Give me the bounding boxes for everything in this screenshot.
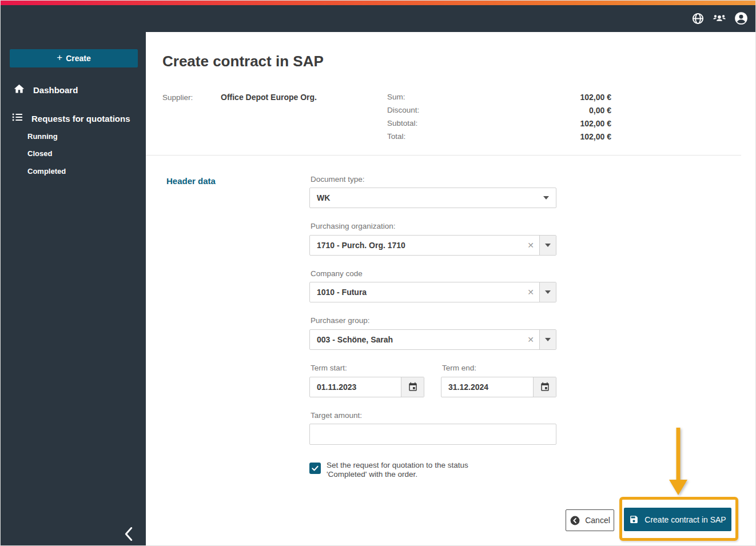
- checkbox-label-line2: 'Completed' with the order.: [327, 470, 468, 479]
- create-button-label: Create: [66, 54, 91, 63]
- discount-label: Discount:: [387, 106, 419, 119]
- sidebar: + Create Dashboard Requests for quotatio…: [1, 5, 146, 546]
- purchasing-org-label: Purchasing organization:: [311, 222, 396, 230]
- create-button[interactable]: + Create: [10, 49, 138, 67]
- globe-icon[interactable]: [690, 11, 705, 26]
- checkbox-label: Set the request for quotation to the sta…: [327, 461, 468, 479]
- completed-status-checkbox[interactable]: [309, 463, 321, 474]
- totals-row-discount: Discount: 0,00 €: [387, 106, 611, 119]
- cancel-button-label: Cancel: [585, 516, 610, 525]
- totals-row-sum: Sum: 102,00 €: [387, 93, 611, 106]
- document-type-label: Document type:: [311, 175, 365, 184]
- account-icon[interactable]: [734, 11, 749, 26]
- total-label: Total:: [387, 132, 405, 145]
- chevron-down-icon[interactable]: [539, 236, 556, 255]
- totals-summary: Sum: 102,00 € Discount: 0,00 € Subtotal:…: [387, 93, 611, 145]
- company-code-label: Company code: [311, 269, 363, 278]
- sidebar-collapse-button[interactable]: [117, 523, 140, 545]
- sidebar-item-dashboard[interactable]: Dashboard: [1, 80, 146, 99]
- sum-value: 102,00 €: [580, 93, 612, 106]
- term-end-input[interactable]: 31.12.2024: [441, 377, 556, 397]
- purchasing-org-value: 1710 - Purch. Org. 1710: [310, 236, 522, 255]
- calendar-icon[interactable]: [533, 377, 556, 397]
- page-title: Create contract in SAP: [162, 53, 324, 70]
- create-contract-in-sap-button[interactable]: Create contract in SAP: [624, 508, 731, 531]
- annotation-arrow-down: [667, 427, 690, 496]
- main-content: Create contract in SAP Supplier: Office …: [146, 32, 756, 546]
- term-end-value: 31.12.2024: [441, 377, 533, 397]
- purchasing-org-select[interactable]: 1710 - Purch. Org. 1710 ✕: [309, 235, 556, 256]
- company-code-select[interactable]: 1010 - Futura ✕: [309, 282, 556, 302]
- clear-icon[interactable]: ✕: [522, 282, 539, 302]
- company-code-value: 1010 - Futura: [310, 282, 522, 302]
- subtotal-label: Subtotal:: [387, 119, 417, 132]
- cancel-button[interactable]: Cancel: [566, 509, 614, 531]
- section-title-header-data: Header data: [166, 176, 216, 186]
- sidebar-subitem-closed[interactable]: Closed: [27, 149, 52, 158]
- app-window: FUTURA Smart: [0, 0, 756, 546]
- clear-icon[interactable]: ✕: [522, 236, 539, 255]
- document-type-select[interactable]: WK: [309, 188, 556, 208]
- purchaser-group-label: Purchaser group:: [311, 316, 370, 325]
- chevron-down-icon[interactable]: [539, 282, 556, 302]
- totals-row-subtotal: Subtotal: 102,00 €: [387, 119, 611, 132]
- checkbox-label-line1: Set the request for quotation to the sta…: [327, 461, 468, 470]
- brand-gradient-strip: [1, 1, 756, 5]
- sidebar-item-label: Dashboard: [33, 85, 78, 95]
- chevron-down-icon[interactable]: [536, 188, 556, 208]
- sidebar-item-requests[interactable]: Requests for quotations: [1, 109, 146, 128]
- subtotal-value: 102,00 €: [580, 119, 612, 132]
- sidebar-item-label: Requests for quotations: [31, 114, 130, 123]
- purchaser-group-value: 003 - Schöne, Sarah: [310, 330, 522, 349]
- discount-value: 0,00 €: [589, 106, 611, 119]
- supplier-value: Office Depot Europe Org.: [221, 93, 317, 102]
- section-divider: [146, 155, 741, 156]
- purchaser-group-select[interactable]: 003 - Schöne, Sarah ✕: [309, 329, 556, 350]
- target-amount-input[interactable]: [309, 424, 556, 445]
- sidebar-subitem-completed[interactable]: Completed: [27, 167, 66, 176]
- chevron-down-icon[interactable]: [539, 330, 556, 349]
- supplier-label: Supplier:: [162, 93, 193, 102]
- save-icon: [629, 515, 639, 524]
- totals-row-total: Total: 102,00 €: [387, 132, 611, 145]
- sidebar-subitem-running[interactable]: Running: [27, 132, 58, 141]
- total-value: 102,00 €: [580, 132, 612, 145]
- clear-icon[interactable]: ✕: [522, 330, 539, 349]
- calendar-icon[interactable]: [401, 377, 424, 397]
- document-type-value: WK: [310, 188, 536, 208]
- term-start-input[interactable]: 01.11.2023: [309, 377, 424, 397]
- target-amount-label: Target amount:: [311, 411, 362, 420]
- submit-button-label: Create contract in SAP: [644, 515, 726, 524]
- list-icon: [11, 111, 23, 126]
- users-icon[interactable]: [712, 11, 727, 26]
- sum-label: Sum:: [387, 93, 405, 106]
- home-icon: [13, 83, 25, 97]
- term-start-label: Term start:: [311, 364, 347, 372]
- term-end-label: Term end:: [442, 364, 476, 372]
- plus-icon: +: [57, 52, 62, 63]
- term-start-value: 01.11.2023: [310, 377, 401, 397]
- arrow-left-circle-icon: [570, 515, 580, 526]
